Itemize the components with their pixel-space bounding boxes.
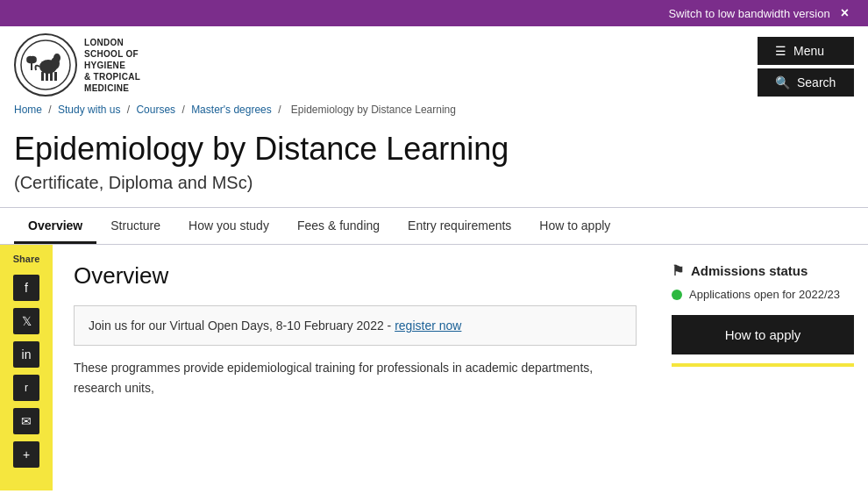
share-facebook-button[interactable]: f bbox=[13, 275, 39, 301]
notice-text: Join us for our Virtual Open Days, 8-10 … bbox=[89, 319, 395, 333]
breadcrumb-sep-4: / bbox=[278, 104, 284, 116]
notice-box: Join us for our Virtual Open Days, 8-10 … bbox=[74, 305, 637, 346]
svg-rect-6 bbox=[54, 72, 57, 81]
register-now-link[interactable]: register now bbox=[395, 319, 461, 333]
menu-icon: ☰ bbox=[775, 44, 786, 58]
share-more-button[interactable]: + bbox=[13, 441, 39, 468]
admissions-title: Admissions status bbox=[691, 263, 808, 278]
site-header: LONDONSCHOOL ofHYGIENE& TROPICALMEDICINE… bbox=[0, 26, 868, 97]
search-button[interactable]: 🔍 Search bbox=[758, 68, 854, 97]
nav-buttons: ☰ Menu 🔍 Search bbox=[758, 37, 854, 97]
logo-circle bbox=[14, 33, 77, 97]
breadcrumb-sep-2: / bbox=[127, 104, 133, 116]
body-text: These programmes provide epidemiological… bbox=[74, 358, 637, 397]
tab-overview[interactable]: Overview bbox=[14, 208, 96, 244]
page-title-section: Epidemiology by Distance Learning (Certi… bbox=[0, 119, 868, 207]
content-area: Overview Join us for our Virtual Open Da… bbox=[53, 245, 658, 490]
search-label: Search bbox=[797, 75, 836, 89]
breadcrumb-courses[interactable]: Courses bbox=[136, 104, 175, 116]
tab-fees-funding[interactable]: Fees & funding bbox=[283, 208, 394, 244]
svg-point-7 bbox=[53, 54, 60, 62]
svg-rect-5 bbox=[50, 72, 53, 81]
page-subtitle: (Certificate, Diploma and MSc) bbox=[14, 173, 854, 193]
share-sidebar: Share f 𝕏 in r ✉ + bbox=[0, 245, 53, 490]
tab-structure[interactable]: Structure bbox=[96, 208, 174, 244]
main-content: Share f 𝕏 in r ✉ + Overview Join us for … bbox=[0, 245, 868, 490]
menu-label: Menu bbox=[793, 44, 824, 58]
tab-how-you-study[interactable]: How you study bbox=[174, 208, 283, 244]
share-twitter-button[interactable]: 𝕏 bbox=[13, 308, 39, 334]
share-reddit-button[interactable]: r bbox=[13, 375, 39, 401]
status-dot-open bbox=[672, 290, 682, 300]
low-bandwidth-banner: Switch to low bandwidth version × bbox=[0, 0, 868, 26]
logo-svg bbox=[19, 39, 72, 91]
share-linkedin-button[interactable]: in bbox=[13, 341, 39, 368]
share-label: Share bbox=[13, 254, 40, 264]
tab-entry-requirements[interactable]: Entry requirements bbox=[394, 208, 525, 244]
breadcrumb-home[interactable]: Home bbox=[14, 104, 42, 116]
right-panel: ⚑ Admissions status Applications open fo… bbox=[658, 245, 868, 490]
logo-text: LONDONSCHOOL ofHYGIENE& TROPICALMEDICINE bbox=[84, 37, 140, 94]
tab-how-to-apply[interactable]: How to apply bbox=[525, 208, 624, 244]
admissions-status: Applications open for 2022/23 bbox=[672, 288, 854, 301]
breadcrumb-current: Epidemiology by Distance Learning bbox=[291, 104, 456, 116]
breadcrumb-masters[interactable]: Master's degrees bbox=[191, 104, 272, 116]
yellow-bar bbox=[672, 363, 854, 367]
logo-area: LONDONSCHOOL ofHYGIENE& TROPICALMEDICINE bbox=[14, 33, 140, 97]
content-title: Overview bbox=[74, 262, 637, 290]
banner-text: Switch to low bandwidth version bbox=[668, 7, 829, 20]
share-email-button[interactable]: ✉ bbox=[13, 408, 39, 434]
breadcrumb-sep-1: / bbox=[48, 104, 54, 116]
breadcrumb: Home / Study with us / Courses / Master'… bbox=[0, 97, 868, 119]
status-text: Applications open for 2022/23 bbox=[689, 288, 840, 301]
close-banner-button[interactable]: × bbox=[841, 5, 849, 21]
svg-rect-4 bbox=[46, 72, 48, 81]
how-to-apply-button[interactable]: How to apply bbox=[672, 315, 854, 354]
tabs-bar: Overview Structure How you study Fees & … bbox=[0, 207, 868, 245]
flag-icon: ⚑ bbox=[672, 262, 684, 279]
menu-button[interactable]: ☰ Menu bbox=[758, 37, 854, 65]
breadcrumb-sep-3: / bbox=[181, 104, 188, 116]
page-title: Epidemiology by Distance Learning bbox=[14, 130, 854, 168]
svg-point-10 bbox=[25, 54, 38, 65]
breadcrumb-study[interactable]: Study with us bbox=[58, 104, 120, 116]
svg-rect-3 bbox=[41, 72, 44, 81]
admissions-header: ⚑ Admissions status bbox=[672, 262, 854, 279]
search-icon: 🔍 bbox=[775, 75, 790, 89]
